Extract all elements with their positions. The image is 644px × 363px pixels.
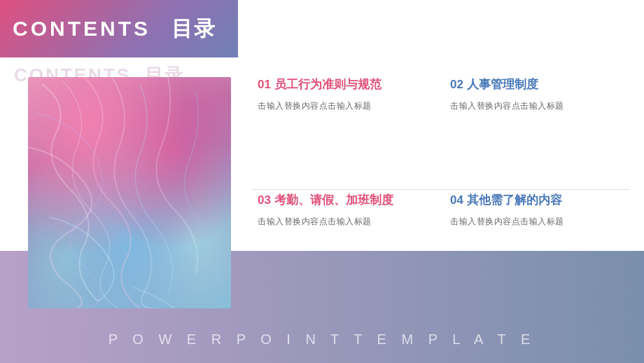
content-item-4: 04 其他需了解的内容 击输入替换内容点击输入标题 bbox=[444, 186, 630, 294]
item-2-number: 02 bbox=[450, 78, 467, 91]
swirl-overlay bbox=[28, 77, 231, 308]
header-band: CONTENTS 目录 bbox=[0, 0, 238, 57]
item-3-number: 03 bbox=[258, 193, 274, 207]
header-contents-label: CONTENTS bbox=[13, 17, 150, 41]
content-item-2: 02 人事管理制度 击输入替换内容点击输入标题 bbox=[444, 70, 630, 179]
footer-template-label: P O W E R P O I N T T E M P L A T E bbox=[0, 331, 644, 348]
item-2-title: 02 人事管理制度 bbox=[450, 77, 624, 93]
item-3-title: 03 考勤、请假、加班制度 bbox=[258, 193, 432, 208]
item-1-number: 01 bbox=[258, 78, 274, 91]
item-1-desc: 击输入替换内容点击输入标题 bbox=[258, 100, 432, 113]
content-item-1: 01 员工行为准则与规范 击输入替换内容点击输入标题 bbox=[252, 70, 438, 179]
item-4-desc: 击输入替换内容点击输入标题 bbox=[450, 215, 624, 228]
item-4-number: 04 bbox=[450, 193, 467, 207]
left-decorative-image bbox=[28, 77, 231, 308]
content-separator-line bbox=[252, 189, 630, 190]
item-4-title: 04 其他需了解的内容 bbox=[450, 193, 624, 208]
content-grid: 01 员工行为准则与规范 击输入替换内容点击输入标题 02 人事管理制度 击输入… bbox=[252, 70, 630, 294]
content-item-3: 03 考勤、请假、加班制度 击输入替换内容点击输入标题 bbox=[252, 186, 438, 294]
item-1-title: 01 员工行为准则与规范 bbox=[258, 77, 432, 93]
header-mulu-label: 目录 bbox=[172, 15, 216, 43]
item-3-desc: 击输入替换内容点击输入标题 bbox=[258, 215, 432, 228]
item-2-desc: 击输入替换内容点击输入标题 bbox=[450, 100, 624, 113]
